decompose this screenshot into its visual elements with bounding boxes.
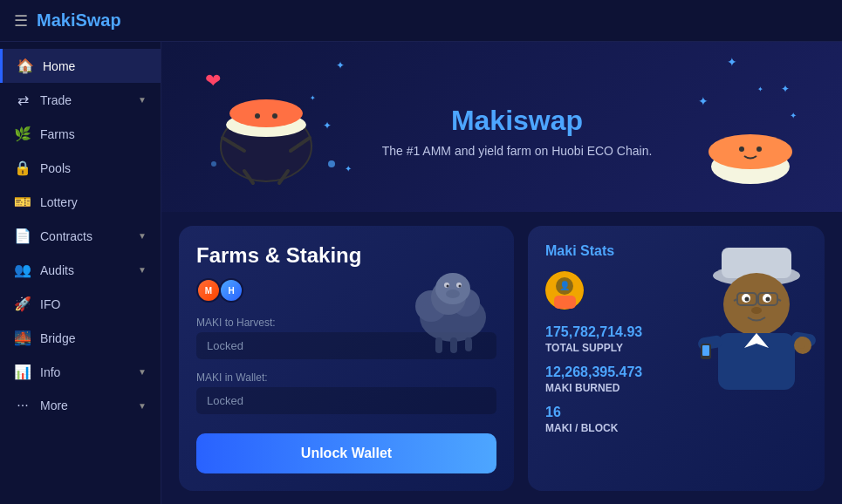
svg-point-26: [447, 285, 449, 288]
sidebar-item-more[interactable]: ··· More ▼: [0, 389, 161, 422]
svg-point-13: [709, 134, 792, 169]
svg-point-23: [435, 273, 470, 304]
svg-text:✦: ✦: [323, 119, 332, 132]
maki-stats-card: Maki Stats 👤 175,782,714.93 TOTAL SUPPLY: [528, 226, 825, 491]
svg-rect-35: [554, 296, 576, 309]
content-area: ✦ ✦ ✦ ✦ ✦ ✦ ❤: [161, 42, 842, 504]
header: ☰ MakiSwap: [0, 0, 842, 42]
svg-rect-30: [450, 337, 457, 353]
sidebar-label-farms: Farms: [40, 127, 147, 141]
svg-point-2: [229, 99, 303, 127]
hero-section: ✦ ✦ ✦ ✦ ✦ ✦ ❤: [161, 42, 842, 212]
sidebar-item-trade[interactable]: ⇄ Trade ▼: [0, 83, 161, 117]
svg-rect-57: [702, 345, 709, 356]
svg-point-42: [745, 297, 750, 302]
svg-point-27: [459, 285, 462, 288]
ht-token-icon: H: [219, 278, 243, 303]
hamburger-icon[interactable]: ☰: [14, 11, 28, 31]
maki-block-label: MAKI / BLOCK: [545, 422, 807, 434]
sidebar-item-audits[interactable]: 👥 Audits ▼: [0, 253, 161, 287]
pools-icon: 🔒: [14, 160, 31, 176]
heart-icon: ❤: [205, 70, 221, 92]
sidebar-label-home: Home: [43, 59, 147, 73]
svg-point-9: [328, 160, 335, 167]
contracts-icon: 📄: [14, 228, 31, 244]
sushi-mascot-container: ❤: [196, 68, 340, 194]
sidebar-item-info[interactable]: 📊 Info ▼: [0, 355, 161, 389]
hero-subtitle: The #1 AMM and yield farm on Huobi ECO C…: [358, 144, 676, 158]
maki-token-icon: M: [196, 278, 221, 303]
audits-chevron-icon: ▼: [138, 265, 147, 275]
svg-point-28: [446, 289, 460, 298]
svg-text:✦: ✦: [790, 111, 797, 120]
svg-point-14: [739, 146, 744, 152]
lottery-icon: 🎫: [14, 194, 31, 210]
sidebar-label-audits: Audits: [40, 263, 138, 277]
farms-icon: 🌿: [14, 126, 31, 142]
unlock-wallet-button[interactable]: Unlock Wallet: [196, 433, 496, 473]
info-icon: 📊: [14, 364, 31, 380]
svg-text:✦: ✦: [698, 94, 709, 108]
sidebar-label-more: More: [40, 398, 138, 412]
svg-rect-55: [798, 337, 805, 349]
logo-text: MakiSwap: [37, 10, 121, 31]
contracts-chevron-icon: ▼: [138, 231, 147, 241]
maki-wallet-value: Locked: [196, 387, 496, 414]
nigiri-mascot-svg: ✦ ✦ ✦: [694, 75, 807, 188]
sidebar-item-farms[interactable]: 🌿 Farms: [0, 117, 161, 151]
sidebar-label-trade: Trade: [40, 93, 138, 107]
logo-area: ☰ MakiSwap: [14, 10, 121, 31]
maki-wallet-label: MAKI in Wallet:: [196, 371, 496, 384]
hero-center: Makiswap The #1 AMM and yield farm on Hu…: [340, 105, 694, 158]
svg-point-43: [766, 297, 770, 302]
svg-rect-31: [465, 337, 472, 351]
sidebar-item-pools[interactable]: 🔒 Pools: [0, 151, 161, 185]
sidebar-item-contracts[interactable]: 📄 Contracts ▼: [0, 219, 161, 253]
trade-icon: ⇄: [14, 92, 31, 108]
sidebar-label-lottery: Lottery: [40, 195, 147, 209]
sidebar-label-pools: Pools: [40, 161, 147, 175]
sidebar: 🏠 Home ⇄ Trade ▼ 🌿 Farms 🔒 Pools 🎫 Lotte…: [0, 42, 161, 504]
svg-point-3: [255, 113, 260, 119]
svg-point-15: [756, 146, 762, 152]
more-chevron-icon: ▼: [138, 401, 147, 411]
info-chevron-icon: ▼: [138, 367, 147, 377]
main-layout: 🏠 Home ⇄ Trade ▼ 🌿 Farms 🔒 Pools 🎫 Lotte…: [0, 42, 842, 504]
cards-row: Farms & Staking M H MAKI to Harvest: Loc…: [161, 212, 842, 504]
star-deco3: ✦: [345, 164, 352, 174]
home-icon: 🏠: [17, 58, 34, 74]
more-icon: ···: [14, 398, 31, 413]
sidebar-label-info: Info: [40, 365, 138, 379]
maki-block-value: 16: [545, 405, 807, 420]
sidebar-item-ifo[interactable]: 🚀 IFO: [0, 287, 161, 321]
sidebar-item-lottery[interactable]: 🎫 Lottery: [0, 185, 161, 219]
audits-icon: 👥: [14, 262, 31, 278]
hero-title: Makiswap: [358, 105, 676, 137]
svg-rect-29: [435, 337, 442, 353]
ifo-icon: 🚀: [14, 296, 31, 312]
sushi-mascot-svg: ❤: [196, 68, 340, 194]
nigiri-mascot-container: ✦ ✦ ✦: [694, 75, 807, 188]
sheep-mascot: [387, 252, 501, 357]
maki-block-stat: 16 MAKI / BLOCK: [545, 405, 807, 434]
sidebar-label-bridge: Bridge: [40, 331, 147, 345]
svg-point-4: [272, 113, 277, 119]
character-mascot: [694, 239, 820, 392]
svg-text:✦: ✦: [781, 83, 790, 95]
sidebar-item-bridge[interactable]: 🌉 Bridge: [0, 321, 161, 355]
sidebar-label-contracts: Contracts: [40, 229, 138, 243]
farms-staking-card: Farms & Staking M H MAKI to Harvest: Loc…: [179, 226, 514, 491]
svg-point-10: [211, 161, 216, 167]
svg-point-49: [751, 307, 762, 314]
chevron-down-icon: ▼: [138, 95, 147, 105]
maki-avatar-icon: 👤: [545, 271, 585, 310]
sidebar-label-ifo: IFO: [40, 297, 147, 311]
svg-text:👤: 👤: [559, 280, 571, 291]
sidebar-item-home[interactable]: 🏠 Home: [0, 49, 161, 83]
character-mascot-svg: [694, 239, 820, 392]
sheep-mascot-svg: [387, 252, 501, 357]
star-deco4: ✦: [727, 55, 737, 69]
bridge-icon: 🌉: [14, 330, 31, 346]
